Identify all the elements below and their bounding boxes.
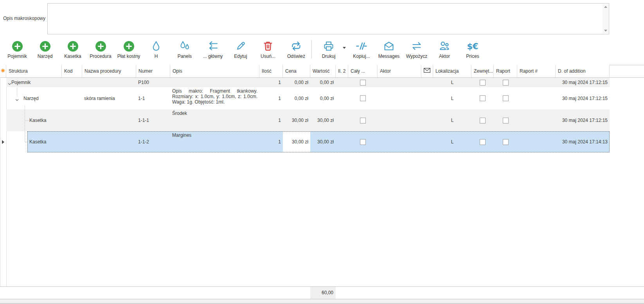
column-header-caly[interactable]: Cały ... — [348, 65, 378, 77]
grid-cell-nazwa[interactable]: skóra ramienia — [82, 87, 136, 109]
grid-cell-raport[interactable] — [494, 109, 517, 131]
grid-cell-opis[interactable]: Margines — [170, 131, 259, 152]
grid-cell-dateadd[interactable]: 30 maj 2024 17:14:13 — [556, 131, 610, 152]
raport-checkbox[interactable] — [503, 95, 509, 101]
grid-cell-il2[interactable] — [336, 131, 348, 152]
column-header-dateadd[interactable]: D. of addition — [556, 65, 610, 77]
grid-cell-cena[interactable]: 30,00 zł — [283, 109, 310, 131]
grid-cell-wartosc[interactable]: 0,00 zł — [310, 87, 336, 109]
grid-cell-raport[interactable] — [494, 131, 517, 152]
grid-cell-lokalizacja[interactable]: L — [433, 109, 471, 131]
grid-cell-numer[interactable]: 1-1-1 — [136, 109, 170, 131]
scroll-up-button[interactable] — [603, 4, 608, 10]
grid-cell-il2[interactable] — [336, 78, 348, 87]
column-header-gutter[interactable] — [0, 65, 6, 77]
grid-cell-lokalizacja[interactable]: L — [433, 78, 471, 87]
column-header-zewnet[interactable]: Zewnęt... — [471, 65, 494, 77]
column-header-cena[interactable]: Cena — [283, 65, 310, 77]
column-header-lokalizacja[interactable]: Lokalizacja — [433, 65, 471, 77]
grid-cell-nazwa[interactable] — [82, 78, 136, 87]
grid-cell-cena[interactable]: 0,00 zł — [283, 87, 310, 109]
column-header-ilosc[interactable]: Ilość — [259, 65, 283, 77]
caly-checkbox[interactable] — [360, 118, 366, 123]
tree-node-narzęd[interactable]: Narzęd — [6, 87, 62, 109]
grid-cell-ilosc[interactable]: 1 — [259, 87, 283, 109]
tree-node-kasetka[interactable]: Kasetka — [6, 131, 62, 152]
caly-checkbox[interactable] — [360, 139, 366, 145]
scroll-down-button[interactable] — [603, 28, 608, 34]
grid-cell-mail[interactable] — [421, 109, 433, 131]
grid-cell-mail[interactable] — [421, 87, 433, 109]
grid-cell-raport[interactable] — [494, 87, 517, 109]
column-header-wartosc[interactable]: Wartość — [310, 65, 336, 77]
grid-cell-aktor[interactable] — [378, 131, 421, 152]
zewnet-checkbox[interactable] — [480, 118, 486, 123]
macro-textarea-scrollbar[interactable] — [603, 4, 608, 34]
grid-cell-dateadd[interactable]: 30 maj 2024 17:12:15 — [556, 87, 610, 109]
tree-expand-chevron-icon[interactable] — [15, 97, 19, 102]
toolbar-button-drukuj[interactable]: Drukuj — [311, 39, 347, 59]
raport-checkbox[interactable] — [503, 80, 509, 86]
grid-cell-zewnet[interactable] — [471, 87, 494, 109]
grid-cell-caly[interactable] — [348, 131, 378, 152]
grid-cell-wartosc[interactable]: 0,00 zł — [310, 78, 336, 87]
grid-cell-kod[interactable] — [62, 109, 82, 131]
toolbar-button-prices[interactable]: $€Prices — [455, 39, 491, 59]
grid-cell-cena[interactable]: 0,00 zł — [283, 78, 310, 87]
grid-cell-opis[interactable]: Opis makro: Fragment tkankowy. Rozmiary:… — [170, 87, 259, 109]
grid-cell-wartosc[interactable]: 30,00 zł — [310, 131, 336, 152]
grid-cell-raportnr[interactable] — [517, 131, 556, 152]
grid-cell-zewnet[interactable] — [471, 109, 494, 131]
grid-cell-caly[interactable] — [348, 78, 378, 87]
grid-cell-lokalizacja[interactable]: L — [433, 131, 471, 152]
macro-description-input[interactable] — [48, 4, 602, 34]
tree-node-pojemnik[interactable]: Pojemnik — [6, 78, 62, 87]
grid-cell-raportnr[interactable] — [517, 87, 556, 109]
grid-cell-mail[interactable] — [421, 131, 433, 152]
column-header-kod[interactable]: Kod — [62, 65, 82, 77]
grid-cell-opis[interactable]: Środek — [170, 109, 259, 131]
column-header-mail[interactable] — [421, 65, 433, 77]
grid-cell-zewnet[interactable] — [471, 78, 494, 87]
grid-cell-ilosc[interactable]: 1 — [259, 109, 283, 131]
column-header-opis[interactable]: Opis — [170, 65, 259, 77]
column-header-raportnr[interactable]: Raport # — [517, 65, 556, 77]
raport-checkbox[interactable] — [503, 139, 509, 145]
grid-cell-caly[interactable] — [348, 87, 378, 109]
grid-cell-kod[interactable] — [62, 87, 82, 109]
grid-cell-nazwa[interactable] — [82, 131, 136, 152]
grid-cell-opis[interactable] — [170, 78, 259, 87]
column-header-nazwa[interactable]: Nazwa procedury — [82, 65, 136, 77]
grid-cell-numer[interactable]: 1-1 — [136, 87, 170, 109]
grid-cell-numer[interactable]: P100 — [136, 78, 170, 87]
grid-cell-ilosc[interactable]: 1 — [259, 78, 283, 87]
caly-checkbox[interactable] — [360, 95, 366, 101]
grid-cell-il2[interactable] — [336, 109, 348, 131]
grid-cell-aktor[interactable] — [378, 78, 421, 87]
column-header-il2[interactable]: Il. 2 — [336, 65, 348, 77]
grid-cell-mail[interactable] — [421, 78, 433, 87]
grid-cell-raportnr[interactable] — [517, 109, 556, 131]
grid-cell-aktor[interactable] — [378, 87, 421, 109]
grid-cell-raport[interactable] — [494, 78, 517, 87]
tree-expand-chevron-icon[interactable] — [8, 81, 11, 86]
column-header-aktor[interactable]: Aktor — [378, 65, 421, 77]
column-header-struktura[interactable]: Struktura — [6, 65, 62, 77]
grid-cell-kod[interactable] — [62, 78, 82, 87]
zewnet-checkbox[interactable] — [480, 139, 486, 145]
grid-cell-lokalizacja[interactable]: L — [433, 87, 471, 109]
zewnet-checkbox[interactable] — [480, 80, 486, 86]
zewnet-checkbox[interactable] — [480, 95, 486, 101]
grid-cell-ilosc[interactable]: 1 — [259, 131, 283, 152]
raport-checkbox[interactable] — [503, 118, 509, 123]
grid-cell-zewnet[interactable] — [471, 131, 494, 152]
grid-cell-wartosc[interactable]: 30,00 zł — [310, 109, 336, 131]
grid-cell-dateadd[interactable]: 30 maj 2024 17:12:15 — [556, 78, 610, 87]
column-header-numer[interactable]: Numer — [136, 65, 170, 77]
tree-node-kasetka[interactable]: Kasetka — [6, 109, 62, 131]
grid-cell-cena[interactable]: 30,00 zł — [283, 131, 310, 152]
grid-cell-caly[interactable] — [348, 109, 378, 131]
grid-cell-dateadd[interactable]: 30 maj 2024 17:12:15 — [556, 109, 610, 131]
grid-cell-numer[interactable]: 1-1-2 — [136, 131, 170, 152]
grid-cell-kod[interactable] — [62, 131, 82, 152]
